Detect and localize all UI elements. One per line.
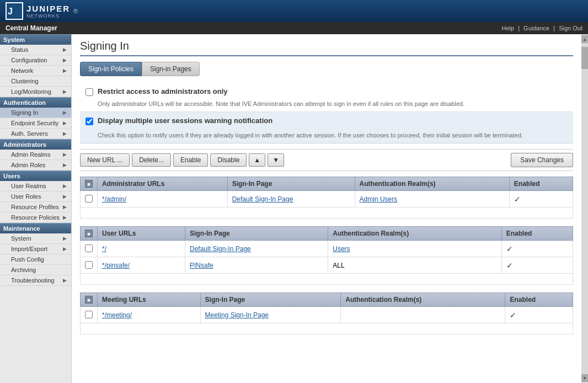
logo: J JUNIPER NETWORKS ® [6,2,78,20]
content-area: Signing In Sign-in Policies Sign-in Page… [72,34,581,383]
user-section-icon: ■ [85,230,93,237]
chevron-right-icon: ▶ [63,110,67,115]
admin-row-checkbox-0[interactable] [85,195,93,203]
sidebar-section-administrators: Administrators [0,139,71,150]
user-enabled-check-1: ✓ [506,261,513,270]
restrict-access-checkbox[interactable] [85,88,93,96]
move-up-button[interactable]: ▲ [249,153,265,167]
sidebar-item-archiving[interactable]: Archiving [0,265,71,275]
tab-sign-in-pages[interactable]: Sign-in Pages [142,62,200,76]
chevron-right-icon: ▶ [63,152,67,157]
sidebar-item-troubleshooting[interactable]: Troubleshooting ▶ [0,275,71,286]
meeting-row-checkbox-0[interactable] [85,311,93,318]
sidebar-item-user-realms[interactable]: User Realms ▶ [0,181,71,192]
chevron-right-icon: ▶ [63,47,67,52]
meeting-page-link-0[interactable]: Meeting Sign-In Page [205,311,269,319]
sidebar-item-push-config[interactable]: Push Config [0,254,71,265]
main-layout: System Status ▶ Configuration ▶ Network … [0,34,588,383]
display-warning-label[interactable]: Display multiple user sessions warning n… [98,116,272,125]
chevron-right-icon: ▶ [63,194,67,199]
user-page-link-0[interactable]: Default Sign-In Page [190,245,251,253]
table-row: */meeting/ Meeting Sign-In Page ✓ [81,307,573,323]
meeting-col-url: Meeting URLs [98,293,201,307]
admin-realm-link-0[interactable]: Admin Users [360,195,398,203]
sidebar-item-log-monitoring[interactable]: Log/Monitoring ▶ [0,87,71,97]
sidebar-item-system[interactable]: System ▶ [0,233,71,244]
chevron-right-icon: ▶ [63,89,67,94]
chevron-right-icon: ▶ [63,246,67,252]
restrict-access-desc: Only administrator URLs will be accessib… [80,100,573,112]
user-url-link-0[interactable]: */ [102,245,106,253]
sidebar-item-import-export[interactable]: Import/Export ▶ [0,244,71,254]
table-row: */ Default Sign-In Page Users ✓ [81,241,573,257]
help-link[interactable]: Help [502,25,515,31]
option-restrict-access: Restrict access to administrators only [80,83,573,100]
sidebar-section-system: System [0,34,71,45]
user-col-enabled: Enabled [501,227,573,241]
chevron-right-icon: ▶ [63,120,67,126]
sidebar-item-status[interactable]: Status ▶ [0,45,71,55]
sidebar-item-resource-profiles[interactable]: Resource Profiles ▶ [0,202,71,212]
sidebar-item-network[interactable]: Network ▶ [0,66,71,76]
page-title: Signing In [80,40,573,56]
meeting-col-check: ■ [81,293,98,307]
user-row-checkbox-1[interactable] [85,261,93,269]
sidebar-item-admin-roles[interactable]: Admin Roles ▶ [0,160,71,171]
sidebar-item-clustering[interactable]: Clustering [0,76,71,87]
chevron-right-icon: ▶ [63,278,67,283]
user-page-link-1[interactable]: PINsafe [190,262,213,269]
admin-section-icon: ■ [85,180,93,188]
top-bar-links: Help | Guidance | Sign Out [502,25,583,31]
scroll-down-button[interactable]: ▼ [581,374,588,382]
scroll-up-button[interactable]: ▲ [581,35,588,43]
table-row-empty [81,323,573,334]
enable-button[interactable]: Enable [173,153,208,167]
option-display-warning: Display multiple user sessions warning n… [80,112,573,130]
user-table-header-row: ■ User URLs Sign-In Page Authentication … [81,227,573,241]
sidebar-item-admin-realms[interactable]: Admin Realms ▶ [0,150,71,160]
scrollbar-thumb[interactable] [581,47,588,69]
restrict-access-label[interactable]: Restrict access to administrators only [98,87,228,95]
sidebar-item-user-roles[interactable]: User Roles ▶ [0,192,71,202]
sidebar-item-resource-policies[interactable]: Resource Policies ▶ [0,212,71,223]
admin-col-check: ■ [81,177,98,191]
user-url-link-1[interactable]: */pinsafe/ [102,262,130,269]
logo-trademark: ® [73,8,78,14]
chevron-right-icon: ▶ [63,236,67,241]
user-realm-link-0[interactable]: Users [333,245,350,253]
sidebar-item-signing-in[interactable]: Signing In ▶ [0,108,71,118]
admin-col-realm: Authentication Realm(s) [355,177,509,191]
sidebar-section-authentication: Authentication [0,97,71,108]
meeting-url-link-0[interactable]: */meeting/ [102,311,132,319]
chevron-right-icon: ▶ [63,183,67,189]
tab-sign-in-policies[interactable]: Sign-in Policies [80,62,142,76]
user-col-realm: Authentication Realm(s) [328,227,502,241]
sign-out-link[interactable]: Sign Out [559,25,582,31]
sidebar-item-endpoint-security[interactable]: Endpoint Security ▶ [0,118,71,129]
new-url-button[interactable]: New URL ... [80,153,130,167]
meeting-table-header-row: ■ Meeting URLs Sign-In Page Authenticati… [81,293,573,307]
meeting-urls-section: ■ Meeting URLs Sign-In Page Authenticati… [80,292,573,334]
user-row-checkbox-0[interactable] [85,244,93,252]
admin-page-link-0[interactable]: Default Sign-In Page [232,195,293,203]
sidebar-item-auth-servers[interactable]: Auth. Servers ▶ [0,129,71,139]
admin-urls-table: ■ Administrator URLs Sign-In Page Authen… [80,177,573,219]
display-warning-checkbox[interactable] [85,118,93,125]
toolbar: New URL ... Delete... Enable Disable ▲ ▼… [80,149,573,171]
guidance-link[interactable]: Guidance [523,25,549,31]
user-urls-table: ■ User URLs Sign-In Page Authentication … [80,226,573,285]
move-down-button[interactable]: ▼ [268,153,284,167]
top-bar-title: Central Manager [6,24,57,32]
admin-col-url: Administrator URLs [98,177,228,191]
delete-button[interactable]: Delete... [132,153,171,167]
admin-url-link-0[interactable]: */admin/ [102,195,126,203]
scrollbar[interactable]: ▲ ▼ [581,34,588,383]
chevron-right-icon: ▶ [63,57,67,63]
disable-button[interactable]: Disable [210,153,247,167]
user-col-page: Sign-In Page [185,227,328,241]
meeting-col-realm: Authentication Realm(s) [341,293,505,307]
user-col-url: User URLs [98,227,185,241]
sidebar-item-configuration[interactable]: Configuration ▶ [0,55,71,66]
table-row-empty [81,208,573,219]
save-changes-button[interactable]: Save Changes [511,153,573,167]
